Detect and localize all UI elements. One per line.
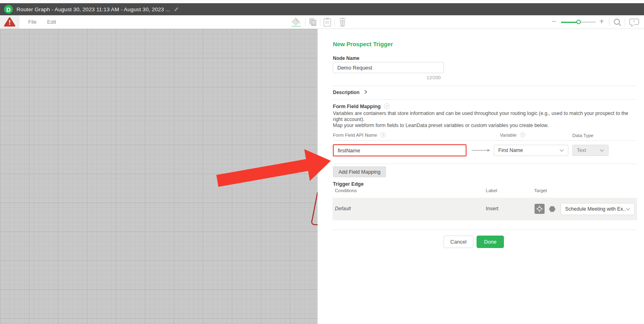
- col-form-field-api-name: Form Field API Name: [333, 133, 377, 137]
- data-type-select-value: Text: [577, 148, 586, 153]
- comments-icon[interactable]: 0: [629, 18, 640, 29]
- copy-icon[interactable]: [308, 17, 318, 29]
- chevron-down-icon: [600, 149, 604, 152]
- description-toggle[interactable]: Description: [333, 90, 367, 95]
- target-node-select[interactable]: Schedule Meeting with Ex...: [561, 203, 635, 215]
- toolbar-divider: [609, 18, 609, 26]
- divider: [333, 86, 637, 86]
- leandata-logo: D: [4, 5, 13, 14]
- form-field-mapping-title: Form Field Mapping: [333, 104, 381, 109]
- search-icon[interactable]: [613, 18, 622, 29]
- chevron-right-icon: [364, 90, 367, 94]
- panel-heading: New Prospect Trigger: [333, 41, 393, 47]
- node-outline-fragment: [312, 192, 318, 225]
- toolbar: File Edit: [0, 15, 644, 29]
- data-type-select[interactable]: Text: [572, 145, 609, 156]
- mapping-arrow-icon: [471, 148, 491, 152]
- chevron-down-icon: [559, 149, 564, 152]
- form-field-api-name-input[interactable]: [333, 144, 466, 156]
- edit-title-pencil-icon[interactable]: [173, 6, 179, 12]
- divider: [333, 99, 637, 100]
- help-icon[interactable]: ?: [520, 132, 525, 137]
- done-button[interactable]: Done: [477, 236, 504, 248]
- paint-bucket-icon[interactable]: [291, 17, 302, 29]
- mapping-row: First Name Text: [318, 144, 644, 156]
- divider: [333, 164, 637, 164]
- toolbar-divider: [320, 18, 320, 26]
- help-icon[interactable]: ?: [380, 132, 386, 137]
- edge-condition: Default: [335, 206, 351, 211]
- variable-select[interactable]: First Name: [494, 145, 568, 156]
- chevron-down-icon: [626, 208, 630, 211]
- zoom-slider-knob[interactable]: [576, 20, 581, 24]
- paste-icon[interactable]: [323, 17, 332, 29]
- node-name-label: Node Name: [333, 55, 359, 61]
- toolbar-divider: [625, 18, 625, 26]
- titlebar: D Router Graph - August 30, 2023 11:13 A…: [0, 3, 644, 15]
- add-field-mapping-button[interactable]: Add Field Mapping: [333, 166, 386, 177]
- comment-count-badge: 0: [633, 19, 635, 23]
- target-node-select-value: Schedule Meeting with Ex...: [565, 206, 626, 212]
- warning-icon: [4, 17, 15, 27]
- graph-canvas[interactable]: [0, 29, 318, 324]
- toolbar-divider: [334, 18, 335, 26]
- trash-icon[interactable]: [338, 17, 347, 29]
- browser-strip: [0, 0, 644, 3]
- zoom-out-icon[interactable]: −: [551, 15, 556, 29]
- col-conditions: Conditions: [335, 188, 357, 193]
- trigger-edge-title: Trigger Edge: [333, 181, 363, 187]
- graph-title: Router Graph - August 30, 2023 11:13 AM …: [17, 6, 170, 12]
- menu-edit[interactable]: Edit: [47, 15, 56, 29]
- help-icon[interactable]: ?: [384, 103, 390, 109]
- divider: [333, 230, 637, 230]
- ffm-help-line1: Variables are containers that store info…: [333, 111, 637, 123]
- warning-block[interactable]: [0, 15, 19, 29]
- divider: [333, 140, 637, 141]
- node-name-input[interactable]: [333, 62, 444, 73]
- variable-select-value: First Name: [498, 148, 523, 153]
- trigger-edge-row: Default Insert Schedule Meeting with Ex.…: [332, 198, 637, 220]
- zoom-in-icon[interactable]: +: [599, 15, 604, 29]
- crosshair-icon: [536, 205, 543, 212]
- char-counter: 12/200: [333, 75, 441, 80]
- col-label: Label: [486, 188, 497, 193]
- col-target: Target: [534, 188, 547, 193]
- target-crosshair-button[interactable]: [535, 204, 545, 214]
- cancel-button[interactable]: Cancel: [444, 236, 473, 248]
- description-label: Description: [333, 90, 359, 95]
- toolbar-divider: [305, 18, 305, 26]
- col-data-type: Data Type: [572, 133, 593, 138]
- edge-label: Insert: [486, 206, 498, 211]
- col-variable: Variable: [500, 133, 516, 137]
- hexagon-icon[interactable]: [549, 206, 556, 212]
- node-editor-panel: New Prospect Trigger Node Name 12/200 De…: [318, 29, 644, 324]
- app-window: D Router Graph - August 30, 2023 11:13 A…: [0, 0, 644, 324]
- ffm-help-line2: Map your webform form fields to LeanData…: [333, 123, 637, 129]
- menu-file[interactable]: File: [28, 15, 37, 29]
